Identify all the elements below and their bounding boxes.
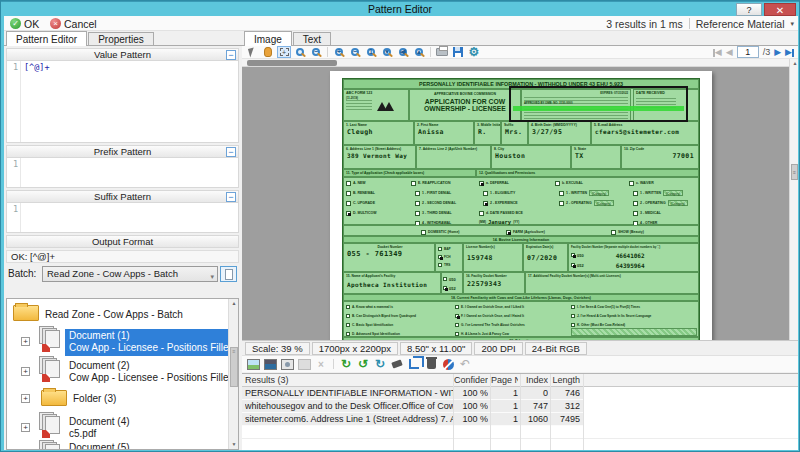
ok-label: OK [24,18,39,30]
zoom-actual-icon[interactable]: 1 [364,46,378,58]
column-confidence[interactable]: Confidence [454,374,488,387]
crop-icon[interactable] [407,358,421,371]
trash-icon[interactable] [424,358,438,371]
column-index[interactable]: Index [521,374,548,387]
tree-item-subtitle[interactable]: Cow App - Licensee - Positions Filled - … [69,372,233,383]
license-number-cell: License Number(s) 159748 [463,243,523,272]
zoom-fit-height-icon[interactable]: ▲ [412,46,426,58]
print-icon[interactable] [435,46,449,58]
prefix-pattern-editor[interactable]: 1 [6,158,239,188]
batch-tree[interactable]: Read Zone - Cow Apps - Batch + Document … [6,298,239,450]
scrollbar-thumb[interactable]: ≡ [230,347,238,387]
photo-tool-icon[interactable] [280,358,294,371]
collapse-button[interactable]: − [226,50,236,60]
tree-item-subtitle[interactable]: Cow App - Licensee - Positions Filled - … [69,342,239,353]
image-tool-disabled-icon [297,358,311,371]
tree-item-title[interactable]: Document (4) [69,416,130,427]
tree-item-title[interactable]: Document (2) [69,360,130,371]
scrollbar-thumb[interactable]: ≡ [791,164,798,180]
save-icon[interactable] [451,46,465,58]
sec11-header: 11. Type of Application (Check applicabl… [343,169,476,177]
column-length[interactable]: Length [551,374,580,387]
tab-pattern-editor[interactable]: Pattern Editor [6,31,87,46]
titlebar[interactable]: Pattern Editor ? ✕ [1,1,799,16]
zoom-in-icon[interactable]: + [332,46,346,58]
result-row[interactable]: sitemeter.com6. Address Line 1 (Street A… [242,413,583,426]
last-page-icon[interactable]: ▶ [785,47,794,57]
expand-icon[interactable]: + [21,394,30,403]
cancel-button[interactable]: × Cancel [50,16,97,31]
result-row[interactable]: PERSONALLY IDENTIFIABLE INFORMATION - WI… [242,387,583,400]
zoom-region-tool-icon[interactable] [293,46,307,58]
remove-color-icon[interactable] [441,358,455,371]
open-batch-button[interactable] [220,266,237,282]
zoom-fit-width-icon[interactable]: ◀ [396,46,410,58]
scroll-up-icon[interactable]: ▲ [229,299,239,308]
zoom-out-icon[interactable]: − [348,46,362,58]
tab-image[interactable]: Image [244,31,292,46]
separator [430,47,431,57]
eraser-icon[interactable] [390,358,404,371]
image-viewer-canvas[interactable]: PERSONALLY IDENTIFIABLE INFORMATION - WI… [242,59,798,340]
expand-icon[interactable]: + [21,367,30,376]
read-zone-rectangle[interactable] [509,86,688,122]
expand-icon[interactable]: + [21,337,30,346]
suffix-pattern-editor[interactable]: 1 [6,203,239,233]
zoom-fit-icon[interactable]: ▾ [380,46,394,58]
viewer-hscrollbar[interactable] [242,59,789,67]
image-invert-icon[interactable] [263,358,277,371]
next-page-icon[interactable]: ▶ [774,47,781,57]
pattern-panel-body: Value Pattern − 1 [^@]+ Prefix Pattern −… [4,45,242,450]
page-number-input[interactable] [737,46,759,58]
scroll-up-icon[interactable]: ▲ [790,59,798,68]
page-total: /3 [763,47,771,57]
collapse-button[interactable]: − [226,147,236,157]
results-title[interactable]: Results (3) [245,374,453,387]
ok-button[interactable]: ✓ OK [10,16,39,31]
line-number: 1 [7,203,21,232]
checkbox-icon [611,230,616,235]
first-page-icon[interactable]: ◀ [713,47,722,57]
value-pattern-editor[interactable]: 1 [^@]+ [6,61,239,143]
tools-icon[interactable]: ⚙ [467,46,481,58]
pan-tool-icon[interactable] [261,46,275,58]
checkbox-icon [506,230,511,235]
help-button[interactable]: ? [736,3,762,16]
rotate-ccw-icon[interactable]: ↺ [356,358,370,371]
close-button[interactable]: ✕ [764,3,796,16]
value-pattern-header: Value Pattern − [6,48,239,61]
tree-root-label[interactable]: Read Zone - Cow Apps - Batch [45,309,183,320]
document-page[interactable]: PERSONALLY IDENTIFIABLE INFORMATION - WI… [330,71,712,340]
refresh-icon[interactable]: ↻ [373,358,387,371]
tree-item-title[interactable]: Folder (3) [73,393,116,404]
checkbox-icon [438,247,442,251]
tree-item-title[interactable]: Document (5) [69,442,130,450]
tree-scrollbar[interactable]: ▲ ≡ ▼ [228,299,238,449]
pointer-tool-icon[interactable] [245,46,259,58]
scrollbar-thumb[interactable] [247,60,337,66]
scroll-down-icon[interactable]: ▼ [229,440,239,449]
checkbox-icon [455,305,459,309]
expand-icon[interactable]: + [21,449,30,450]
zoom-page-tool-icon[interactable]: − [309,46,323,58]
chevron-down-icon[interactable]: ▾ [790,20,794,28]
checkbox-icon [415,201,420,206]
tab-text[interactable]: Text [293,32,331,46]
rotate-cw-icon[interactable]: ↻ [339,358,353,371]
expand-icon[interactable]: + [21,423,30,432]
document-stack-icon [39,356,63,381]
zone-select-tool-icon[interactable]: + [277,46,291,58]
reference-material-button[interactable]: Reference Material [696,18,785,30]
form-field: SuffixMrs. [501,121,528,145]
batch-combobox[interactable]: Read Zone - Cow Apps - Batch ▾ [42,266,218,282]
tree-item-title[interactable]: Document (1) [69,330,130,341]
checkbox-icon [559,191,564,196]
tab-properties[interactable]: Properties [88,32,154,46]
image-tool-icon[interactable] [246,358,260,371]
result-row[interactable]: whitehousegov and to the Desk Officer.Of… [242,400,583,413]
previous-page-icon[interactable]: ◀ [726,47,733,57]
collapse-button[interactable]: − [226,192,236,202]
viewer-vscrollbar[interactable]: ▲ ≡ [789,59,798,340]
tree-item-subtitle[interactable]: c5.pdf [69,428,96,439]
column-page-no[interactable]: Page No [491,374,518,387]
